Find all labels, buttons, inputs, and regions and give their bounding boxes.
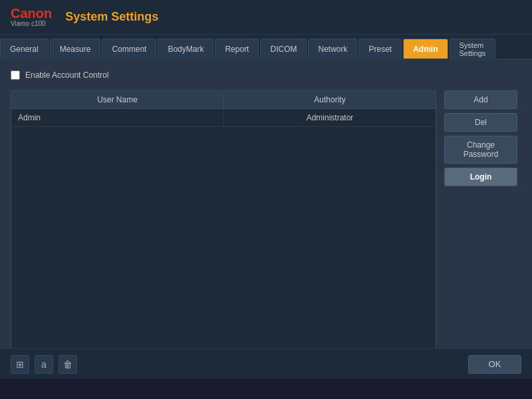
tab-comment[interactable]: Comment	[102, 39, 156, 59]
account-control-checkbox[interactable]	[11, 70, 20, 80]
table-header: User Name Authority	[11, 91, 436, 109]
tab-preset[interactable]: Preset	[358, 39, 402, 59]
tab-network[interactable]: Network	[308, 39, 357, 59]
table-body: Admin Administrator	[11, 109, 436, 348]
table-row[interactable]: Admin Administrator	[11, 109, 436, 127]
taskbar-icons: ⊞ a 🗑	[11, 355, 77, 374]
add-button[interactable]: Add	[444, 90, 517, 109]
logo-area: Canon Viamo c100	[11, 7, 52, 27]
change-password-button[interactable]: Change Password	[444, 136, 517, 164]
bottom-bar: ⊞ a 🗑 OK	[0, 348, 532, 379]
account-control-row: Enable Account Control	[11, 70, 521, 80]
tab-measure[interactable]: Measure	[50, 39, 101, 59]
page-title: System Settings	[65, 10, 158, 24]
table-and-buttons: User Name Authority Admin Administrator …	[11, 90, 521, 360]
tab-general[interactable]: General	[0, 39, 49, 59]
tab-report[interactable]: Report	[215, 39, 259, 59]
tab-dicom[interactable]: DICOM	[260, 39, 307, 59]
taskbar-icon-3[interactable]: 🗑	[59, 355, 77, 374]
side-buttons: Add Del Change Password Login	[444, 90, 517, 186]
content-area: Enable Account Control User Name Authori…	[0, 60, 532, 379]
tab-bodymark[interactable]: BodyMark	[158, 39, 213, 59]
cell-authority: Administrator	[224, 109, 436, 126]
model-label: Viamo c100	[11, 20, 52, 27]
col-header-authority: Authority	[224, 91, 436, 108]
cell-username: Admin	[11, 109, 224, 126]
tab-system-settings[interactable]: SystemSettings	[450, 39, 496, 59]
login-button[interactable]: Login	[444, 168, 517, 186]
col-header-username: User Name	[11, 91, 224, 108]
canon-logo: Canon	[11, 7, 52, 20]
tab-admin[interactable]: Admin	[403, 39, 448, 59]
ok-button[interactable]: OK	[468, 355, 521, 374]
taskbar-icon-1[interactable]: ⊞	[11, 355, 29, 374]
del-button[interactable]: Del	[444, 113, 517, 132]
account-control-label[interactable]: Enable Account Control	[25, 70, 108, 80]
taskbar-icon-2[interactable]: a	[35, 355, 53, 374]
tab-bar: General Measure Comment BodyMark Report …	[0, 35, 532, 60]
user-table: User Name Authority Admin Administrator …	[11, 90, 436, 360]
header: Canon Viamo c100 System Settings	[0, 0, 532, 35]
